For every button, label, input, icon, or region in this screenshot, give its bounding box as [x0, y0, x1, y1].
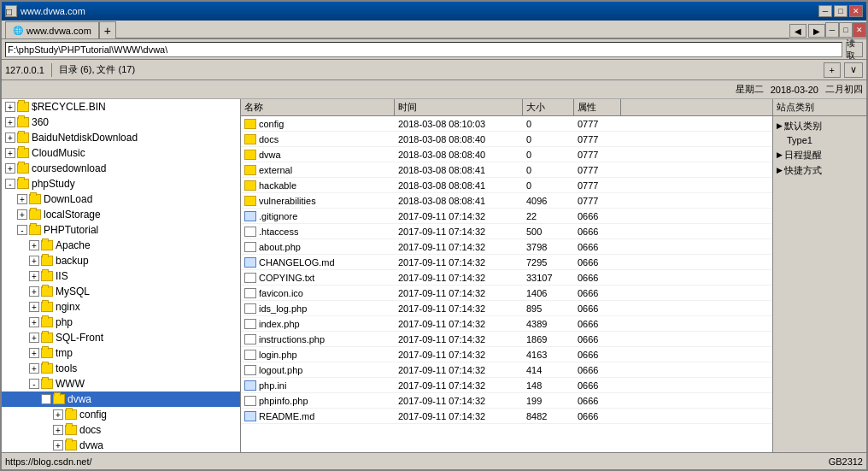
tree-toggle-www[interactable]: -	[29, 379, 39, 389]
tree-toggle-nginx[interactable]: +	[29, 302, 39, 312]
tree-toggle-dvwa-docs[interactable]: +	[53, 425, 63, 435]
file-row[interactable]: .htaccess 2017-09-11 07:14:32 500 0666	[241, 224, 772, 239]
sidebar-category-shortcut[interactable]: ▶ 快捷方式	[773, 162, 866, 178]
tree-toggle-apache[interactable]: +	[29, 240, 39, 250]
tree-item-mysql[interactable]: +MySQL	[2, 284, 240, 299]
tree-item-www[interactable]: -WWW	[2, 376, 240, 392]
minimize-button[interactable]: ─	[818, 5, 832, 17]
tree-item-localstorage[interactable]: +localStorage	[2, 207, 240, 222]
tree-toggle-download[interactable]: +	[17, 194, 27, 204]
window-max-btn[interactable]: □	[839, 22, 853, 38]
read-button[interactable]: 读取	[846, 42, 863, 57]
file-row[interactable]: favicon.ico 2017-09-11 07:14:32 1406 066…	[241, 286, 772, 301]
sidebar-categories: ▶ 默认类别 Type1 ▶ 日程提醒 ▶ 快捷方式	[773, 116, 866, 180]
file-row[interactable]: instructions.php 2017-09-11 07:14:32 186…	[241, 332, 772, 347]
tree-item-iis[interactable]: +IIS	[2, 268, 240, 284]
tree-item-download[interactable]: +DownLoad	[2, 191, 240, 207]
tree-item-phptutorial[interactable]: -PHPTutorial	[2, 222, 240, 238]
sidebar-item-type1[interactable]: Type1	[773, 133, 866, 147]
tree-toggle-backup[interactable]: +	[29, 256, 39, 266]
tree-toggle-php[interactable]: +	[29, 317, 39, 327]
tab-www-dvwa[interactable]: 🌐 www.dvwa.com	[5, 21, 99, 38]
maximize-button[interactable]: □	[834, 5, 847, 17]
col-name[interactable]: 名称	[241, 99, 395, 115]
file-row[interactable]: .gitignore 2017-09-11 07:14:32 22 0666	[241, 209, 772, 224]
tree-item-apache[interactable]: +Apache	[2, 238, 240, 253]
address-input[interactable]	[5, 42, 842, 57]
tree-item-tmp[interactable]: +tmp	[2, 345, 240, 361]
tree-item-nginx[interactable]: +nginx	[2, 299, 240, 315]
file-size: 8482	[523, 409, 574, 423]
tree-toggle-phpstudy[interactable]: -	[5, 179, 15, 189]
tree-item-dvwa[interactable]: -dvwa	[2, 392, 240, 407]
window-close-btn[interactable]: ✕	[853, 22, 866, 38]
tree-item-cloudmusic[interactable]: +CloudMusic	[2, 145, 240, 161]
tree-toggle-tools[interactable]: +	[29, 363, 39, 374]
tree-item-php[interactable]: +php	[2, 315, 240, 330]
tree-toggle-baidunet[interactable]: +	[5, 132, 15, 143]
tree-toggle-coursedownload[interactable]: +	[5, 163, 15, 174]
tree-item-tools[interactable]: +tools	[2, 361, 240, 376]
file-row[interactable]: README.md 2017-09-11 07:14:32 8482 0666	[241, 409, 772, 424]
tree-toggle-recycle[interactable]: +	[5, 102, 15, 112]
tree-toggle-360[interactable]: +	[5, 117, 15, 127]
file-row[interactable]: dvwa 2018-03-08 08:08:40 0 0777	[241, 147, 772, 162]
tree-toggle-cloudmusic[interactable]: +	[5, 148, 15, 158]
folder-icon-php	[41, 317, 53, 327]
file-row[interactable]: vulnerabilities 2018-03-08 08:08:41 4096…	[241, 193, 772, 209]
tree-toggle-sqlfront[interactable]: +	[29, 333, 39, 343]
sidebar-category-schedule[interactable]: ▶ 日程提醒	[773, 147, 866, 162]
file-row[interactable]: ids_log.php 2017-09-11 07:14:32 895 0666	[241, 301, 772, 316]
file-row[interactable]: index.php 2017-09-11 07:14:32 4389 0666	[241, 316, 772, 332]
tree-toggle-tmp[interactable]: +	[29, 348, 39, 358]
col-attr[interactable]: 属性	[574, 99, 621, 115]
down-button[interactable]: ∨	[844, 62, 863, 78]
col-time[interactable]: 时间	[395, 99, 523, 115]
file-row[interactable]: config 2018-03-08 08:10:03 0 0777	[241, 116, 772, 132]
tree-item-dvwa-docs[interactable]: +docs	[2, 422, 240, 438]
nav-forward-button[interactable]: ▶	[808, 24, 825, 38]
add-tab-button[interactable]: +	[99, 21, 116, 38]
tree-item-backup[interactable]: +backup	[2, 253, 240, 268]
tree-item-baidunet[interactable]: +BaiduNetdiskDownload	[2, 130, 240, 145]
tree-toggle-dvwa-dvwa[interactable]: +	[53, 440, 63, 450]
tree-label-mysql: MySQL	[56, 286, 90, 297]
file-row[interactable]: about.php 2017-09-11 07:14:32 3798 0666	[241, 239, 772, 255]
file-time: 2017-09-11 07:14:32	[395, 286, 523, 300]
file-row[interactable]: login.php 2017-09-11 07:14:32 4163 0666	[241, 347, 772, 362]
tree-toggle-dvwa[interactable]: -	[41, 394, 51, 404]
window-min-btn[interactable]: ─	[825, 22, 839, 38]
tree-item-dvwa-dvwa[interactable]: +dvwa	[2, 438, 240, 452]
tree-label-360: 360	[32, 116, 49, 128]
plus-button[interactable]: +	[824, 62, 841, 78]
tree-item-coursedownload[interactable]: +coursedownload	[2, 161, 240, 176]
file-row[interactable]: logout.php 2017-09-11 07:14:32 414 0666	[241, 362, 772, 378]
tree-item-sqlfront[interactable]: +SQL-Front	[2, 330, 240, 345]
col-size[interactable]: 大小	[523, 99, 574, 115]
file-row[interactable]: hackable 2018-03-08 08:08:41 0 0777	[241, 178, 772, 193]
file-row[interactable]: php.ini 2017-09-11 07:14:32 148 0666	[241, 378, 772, 393]
file-row[interactable]: phpinfo.php 2017-09-11 07:14:32 199 0666	[241, 393, 772, 409]
tree-toggle-iis[interactable]: +	[29, 271, 39, 281]
close-button[interactable]: ✕	[849, 5, 863, 17]
file-row[interactable]: CHANGELOG.md 2017-09-11 07:14:32 7295 06…	[241, 255, 772, 270]
file-row[interactable]: docs 2018-03-08 08:08:40 0 0777	[241, 132, 772, 147]
file-list-body: config 2018-03-08 08:10:03 0 0777 docs 2…	[241, 116, 772, 452]
file-name: login.php	[241, 347, 395, 362]
tree-toggle-localstorage[interactable]: +	[17, 209, 27, 220]
tree-item-dvwa-config[interactable]: +config	[2, 407, 240, 422]
file-attr: 0666	[574, 255, 621, 269]
file-row[interactable]: external 2018-03-08 08:08:41 0 0777	[241, 162, 772, 178]
sidebar-category-default[interactable]: ▶ 默认类别	[773, 118, 866, 133]
file-row[interactable]: COPYING.txt 2017-09-11 07:14:32 33107 06…	[241, 270, 772, 286]
file-time: 2017-09-11 07:14:32	[395, 332, 523, 346]
tree-item-phpstudy[interactable]: -phpStudy	[2, 176, 240, 191]
tree-toggle-dvwa-config[interactable]: +	[53, 409, 63, 420]
tree-toggle-phptutorial[interactable]: -	[17, 225, 27, 235]
file-attr: 0666	[574, 347, 621, 362]
tree-toggle-mysql[interactable]: +	[29, 286, 39, 297]
tree-item-360[interactable]: +360	[2, 115, 240, 130]
file-size: 0	[523, 116, 574, 131]
tree-item-recycle[interactable]: +$RECYCLE.BIN	[2, 99, 240, 115]
nav-back-button[interactable]: ◀	[789, 24, 806, 38]
